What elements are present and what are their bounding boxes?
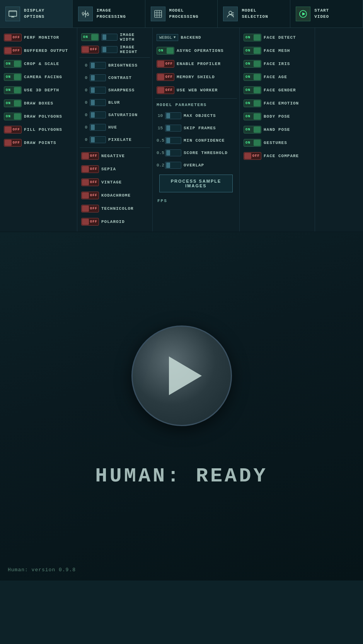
- slider-track-image-height[interactable]: [101, 46, 118, 53]
- image-processing-icon: [78, 7, 93, 21]
- panels-container: OFF PERF MONITOR OFF BUFFERED OUTPUT ON …: [0, 28, 363, 232]
- tab-image-processing[interactable]: Image Processing: [73, 0, 145, 27]
- label-sharpness: SHARPNESS: [108, 88, 135, 92]
- process-sample-images-button[interactable]: PROCESS SAMPLE IMAGES: [159, 175, 233, 192]
- slider-track-overlap[interactable]: [165, 162, 181, 169]
- toggle-draw-polygons[interactable]: ON: [4, 113, 22, 120]
- slider-track-skip-frames[interactable]: [165, 125, 181, 132]
- label-draw-polygons: DRAW POLYGONS: [24, 114, 62, 119]
- play-button[interactable]: [131, 325, 232, 426]
- tab-model-selection[interactable]: Model Selection: [218, 0, 290, 27]
- toggle-face-iris[interactable]: ON: [244, 60, 261, 68]
- toggle-perf-monitor[interactable]: OFF: [4, 34, 22, 41]
- toggle-sepia[interactable]: OFF: [81, 165, 99, 173]
- toggle-polaroid[interactable]: OFF: [81, 218, 99, 226]
- panel-display-options: OFF PERF MONITOR OFF BUFFERED OUTPUT ON …: [0, 28, 77, 231]
- label-image-height: IMAGE HEIGHT: [120, 45, 148, 54]
- tab-model-processing[interactable]: Model Processing: [145, 0, 218, 27]
- svg-point-15: [229, 11, 232, 14]
- toggle-kodachrome[interactable]: OFF: [81, 192, 99, 199]
- slider-track-min-confidence[interactable]: [165, 137, 181, 144]
- label-skip-frames: SKIP FRAMES: [184, 126, 216, 130]
- label-contrast: CONTRAST: [108, 75, 132, 80]
- slider-row-max-objects: 10 MAX OBJECTS: [155, 110, 237, 122]
- toggle-row-face-compare: OFF FACE COMPARE: [242, 149, 312, 163]
- toggle-face-gender[interactable]: ON: [244, 86, 261, 94]
- label-negative: NEGATIVE: [101, 154, 125, 158]
- slider-row-min-confidence: 0.5 MIN CONFIDENCE: [155, 134, 237, 147]
- toggle-face-detect[interactable]: ON: [244, 34, 261, 41]
- toggle-enable-profiler[interactable]: OFF: [157, 60, 174, 68]
- fps-label: FPS: [155, 195, 237, 205]
- toggle-async-operations[interactable]: ON: [157, 47, 174, 55]
- version-label: Human: version 0.9.8: [8, 567, 76, 573]
- toggle-use-web-worker[interactable]: OFF: [157, 86, 174, 94]
- toggle-row-perf-monitor: OFF PERF MONITOR: [2, 31, 75, 44]
- model-processing-icon: [151, 7, 165, 21]
- label-face-detect: FACE DETECT: [264, 35, 296, 40]
- toggle-hand-pose[interactable]: ON: [244, 126, 261, 134]
- slider-val-min-confidence: 0.5: [157, 138, 163, 143]
- slider-track-hue[interactable]: [90, 124, 106, 131]
- toggle-face-compare[interactable]: OFF: [244, 152, 261, 160]
- toggle-camera-facing[interactable]: ON: [4, 73, 22, 81]
- tab-display-options[interactable]: Display Options: [0, 0, 73, 27]
- slider-track-blur[interactable]: [90, 99, 106, 106]
- label-max-objects: MAX OBJECTS: [184, 113, 216, 118]
- label-face-gender: FACE GENDER: [264, 88, 296, 92]
- play-triangle-icon: [169, 356, 202, 395]
- label-min-confidence: MIN CONFIDENCE: [184, 138, 225, 143]
- toggle-buffered-output[interactable]: OFF: [4, 47, 22, 55]
- slider-track-max-objects[interactable]: [165, 112, 181, 119]
- toggle-vintage[interactable]: OFF: [81, 178, 99, 186]
- svg-rect-10: [155, 10, 162, 17]
- toggle-image-width[interactable]: ON: [81, 33, 99, 41]
- toggle-negative[interactable]: OFF: [81, 152, 99, 160]
- slider-track-image-width[interactable]: [101, 34, 118, 41]
- toggle-row-face-age: ON FACE AGE: [242, 70, 312, 84]
- toggle-crop-scale[interactable]: ON: [4, 60, 22, 68]
- toggle-row-face-iris: ON FACE IRIS: [242, 57, 312, 70]
- slider-track-score-threshold[interactable]: [165, 149, 181, 156]
- toggle-image-height[interactable]: OFF: [81, 46, 99, 53]
- label-use-3d-depth: USE 3D DEPTH: [24, 88, 59, 92]
- label-crop-scale: CROP & SCALE: [24, 62, 59, 66]
- label-technicolor: TECHNICOLOR: [101, 206, 134, 211]
- tab-start-video[interactable]: Start Video: [290, 0, 363, 27]
- toggle-row-async-operations: ON ASYNC OPERATIONS: [155, 44, 237, 57]
- label-sepia: SEPIA: [101, 167, 116, 171]
- toggle-gestures[interactable]: ON: [244, 139, 261, 147]
- slider-track-sharpness[interactable]: [90, 87, 106, 94]
- toggle-row-face-mesh: ON FACE MESH: [242, 44, 312, 57]
- toggle-memory-shield[interactable]: OFF: [157, 73, 174, 81]
- slider-val-score-threshold: 0.5: [157, 151, 163, 155]
- toggle-use-3d-depth[interactable]: ON: [4, 86, 22, 94]
- label-use-web-worker: USE WEB WORKER: [177, 88, 218, 92]
- slider-val-sharpness: 0: [81, 88, 87, 92]
- toggle-row-sepia: OFF SEPIA: [80, 163, 150, 176]
- slider-track-brightness[interactable]: [90, 62, 106, 69]
- toggle-row-draw-polygons: ON DRAW POLYGONS: [2, 110, 75, 123]
- slider-val-blur: 0: [81, 100, 87, 105]
- toggle-row-face-detect: ON FACE DETECT: [242, 31, 312, 44]
- toggle-fill-polygons[interactable]: OFF: [4, 126, 22, 134]
- toggle-row-gestures: ON GESTURES: [242, 136, 312, 149]
- label-blur: BLUR: [108, 100, 120, 105]
- toggle-row-body-pose: ON BODY POSE: [242, 110, 312, 123]
- toggle-face-age[interactable]: ON: [244, 73, 261, 81]
- slider-row-hue: 0 HUE: [80, 121, 150, 134]
- toggle-row-draw-boxes: ON DRAW BOXES: [2, 97, 75, 110]
- toggle-face-mesh[interactable]: ON: [244, 47, 261, 55]
- slider-track-pixelate[interactable]: [90, 136, 106, 143]
- backend-select[interactable]: WEBGL ▼: [157, 34, 178, 41]
- toggle-draw-points[interactable]: OFF: [4, 139, 22, 147]
- tab-start-video-label: Start Video: [314, 8, 329, 20]
- toggle-draw-boxes[interactable]: ON: [4, 99, 22, 107]
- slider-row-blur: 0 BLUR: [80, 96, 150, 109]
- slider-track-contrast[interactable]: [90, 74, 106, 81]
- slider-track-saturation[interactable]: [90, 111, 106, 118]
- toggle-face-emotion[interactable]: ON: [244, 99, 261, 107]
- toggle-body-pose[interactable]: ON: [244, 113, 261, 120]
- label-face-compare: FACE COMPARE: [264, 154, 299, 158]
- toggle-technicolor[interactable]: OFF: [81, 205, 99, 212]
